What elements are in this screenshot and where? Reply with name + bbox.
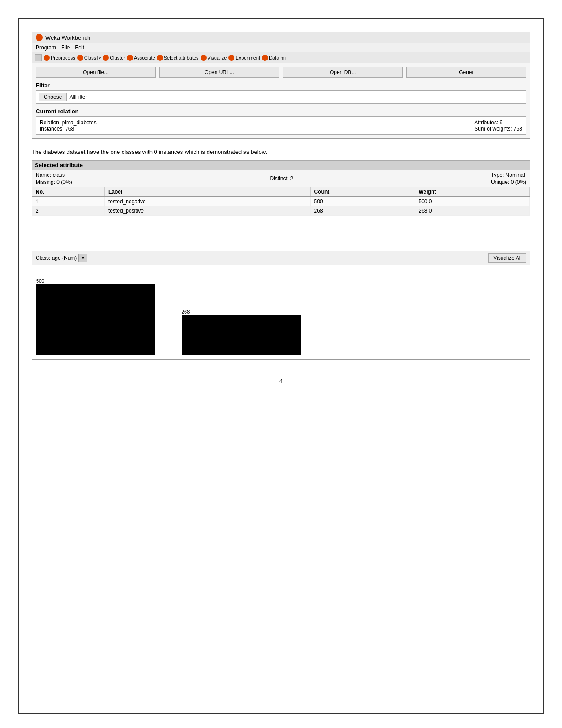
attribute-table: No. Label Count Weight 1tested_negative5… (32, 187, 530, 216)
table-row: 2tested_positive268268.0 (32, 206, 530, 215)
relation-right: Attributes: 9 Sum of weights: 768 (474, 119, 522, 132)
bar-container-2: 268 (182, 309, 301, 355)
toolbar-btn-datami[interactable]: Data mi (262, 55, 286, 61)
open-file-button[interactable]: Open file... (36, 67, 156, 78)
bar-label-2: 268 (182, 309, 190, 314)
cell-label: tested_negative (104, 197, 310, 206)
relation-name: Relation: pima_diabetes (40, 119, 97, 126)
page-number: 4 (32, 378, 530, 385)
current-relation-label: Current relation (36, 108, 526, 115)
associate-icon (127, 55, 133, 61)
toolbar-btn-classify[interactable]: Classify (77, 55, 101, 61)
attr-distinct: Distinct: 2 (270, 175, 293, 182)
toolbar: Preprocess Classify Cluster Associate Se… (32, 52, 530, 63)
bar-container-1: 500 (36, 278, 155, 355)
generate-button[interactable]: Gener (406, 67, 526, 78)
choose-button[interactable]: Choose (39, 93, 67, 101)
open-db-button[interactable]: Open DB... (283, 67, 403, 78)
cell-count: 500 (310, 197, 415, 206)
bar-label-1: 500 (36, 278, 44, 284)
weka-logo-icon (36, 34, 43, 41)
cell-count: 268 (310, 206, 415, 215)
class-label: Class: age (Num) (36, 255, 77, 261)
attr-missing: Missing: 0 (0%) (36, 179, 72, 185)
bar-2 (182, 315, 301, 355)
title-bar: Weka Workbench (32, 32, 530, 43)
weka-window: Weka Workbench Program File Edit Preproc… (32, 32, 530, 139)
toolbar-btn-preprocess[interactable]: Preprocess (44, 55, 75, 61)
experiment-icon (228, 55, 234, 61)
open-buttons-row: Open file... Open URL... Open DB... Gene… (36, 67, 526, 78)
instances-count: Instances: 768 (40, 126, 97, 132)
selected-attribute-box: Name: class Missing: 0 (0%) Distinct: 2 … (32, 170, 530, 265)
current-relation-box: Relation: pima_diabetes Instances: 768 A… (36, 116, 526, 135)
toolbar-btn-experiment[interactable]: Experiment (228, 55, 260, 61)
visualize-all-button[interactable]: Visualize All (488, 253, 526, 263)
class-select: Class: age (Num) ▼ (36, 254, 87, 262)
datami-icon (262, 55, 268, 61)
filter-value: AllFilter (69, 94, 87, 100)
filter-box: Choose AllFilter (36, 90, 526, 104)
toolbar-btn-associate[interactable]: Associate (127, 55, 155, 61)
content-area: Open file... Open URL... Open DB... Gene… (32, 63, 530, 138)
cluster-icon (103, 55, 109, 61)
col-header-weight: Weight (415, 187, 530, 197)
menu-program[interactable]: Program (36, 45, 56, 51)
relation-left: Relation: pima_diabetes Instances: 768 (40, 119, 97, 132)
chart-area: 500 268 (32, 272, 530, 360)
classify-icon (77, 55, 83, 61)
attr-info-right: Type: Nominal Unique: 0 (0%) (491, 172, 526, 185)
cell-no: 1 (32, 197, 104, 206)
description-text: The diabetes dataset have the one classe… (32, 148, 530, 157)
cell-no: 2 (32, 206, 104, 215)
attr-type: Type: Nominal (491, 172, 526, 178)
col-header-no: No. (32, 187, 104, 197)
selectattributes-icon (157, 55, 163, 61)
table-row: 1tested_negative500500.0 (32, 197, 530, 206)
dropdown-arrow-icon[interactable]: ▼ (78, 254, 87, 262)
selected-attribute-header: Selected attribute (32, 160, 530, 170)
attributes-count: Attributes: 9 (474, 119, 522, 126)
toolbar-btn-visualize[interactable]: Visualize (201, 55, 227, 61)
toolbar-icon-small (35, 54, 42, 61)
cell-label: tested_positive (104, 206, 310, 215)
menu-bar: Program File Edit (32, 43, 530, 52)
weka-title: Weka Workbench (45, 34, 90, 41)
attr-unique: Unique: 0 (0%) (491, 179, 526, 185)
preprocess-icon (44, 55, 50, 61)
open-url-button[interactable]: Open URL... (159, 67, 279, 78)
menu-edit[interactable]: Edit (75, 45, 84, 51)
attr-name: Name: class (36, 172, 72, 178)
toolbar-btn-cluster[interactable]: Cluster (103, 55, 125, 61)
col-header-count: Count (310, 187, 415, 197)
attr-info-left: Name: class Missing: 0 (0%) (36, 172, 72, 185)
visualize-icon (201, 55, 207, 61)
empty-rows (32, 216, 530, 251)
page-container: Weka Workbench Program File Edit Preproc… (18, 18, 544, 714)
relation-row: Relation: pima_diabetes Instances: 768 A… (40, 119, 522, 132)
bar-1 (36, 284, 155, 355)
cell-weight: 268.0 (415, 206, 530, 215)
attr-info-row: Name: class Missing: 0 (0%) Distinct: 2 … (32, 170, 530, 187)
cell-weight: 500.0 (415, 197, 530, 206)
menu-file[interactable]: File (61, 45, 70, 51)
col-header-label: Label (104, 187, 310, 197)
sum-of-weights: Sum of weights: 768 (474, 126, 522, 132)
filter-label: Filter (36, 82, 526, 89)
class-row: Class: age (Num) ▼ Visualize All (32, 251, 530, 265)
toolbar-btn-selectattributes[interactable]: Select attributes (157, 55, 199, 61)
